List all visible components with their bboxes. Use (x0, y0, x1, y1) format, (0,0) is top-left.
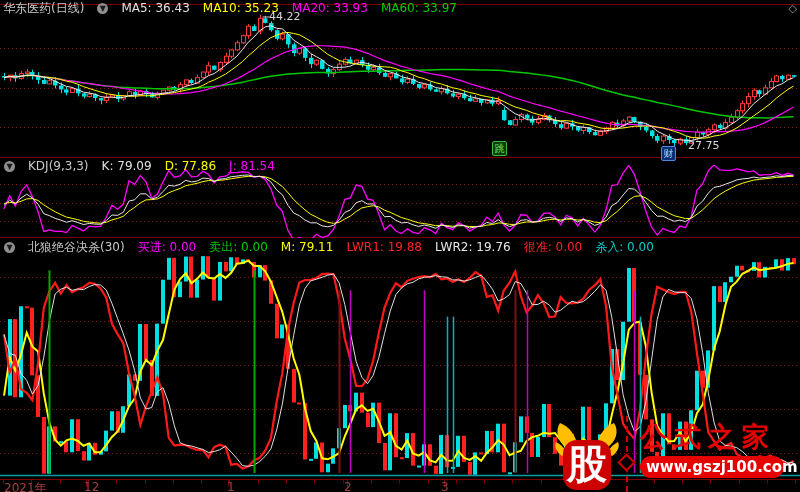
trough-price-label: 27.75 (688, 139, 720, 152)
accurate-value: 很准: 0.00 (524, 239, 583, 256)
chevron-down-icon[interactable]: ▼ (97, 3, 108, 14)
ma10-value: MA10: 35.23 (203, 1, 279, 15)
axis-label-jan: 1 (227, 480, 235, 492)
buy-value: 买进: 0.00 (138, 239, 197, 256)
indicator-title: 北狼绝谷决杀(30) (28, 239, 125, 256)
bull-logo-icon: 股 (552, 422, 622, 492)
ma60-value: MA60: 33.97 (381, 1, 457, 15)
lwr2-value: LWR2: 19.76 (435, 240, 511, 254)
sell-value: 卖出: 0.00 (209, 239, 268, 256)
main-panel-header: 华东医药(日线) ▼ MA5: 36.43 MA10: 35.23 MA20: … (3, 1, 457, 15)
axis-label-mar: 3 (441, 480, 449, 492)
corner-diamond-icon[interactable]: ◇ (789, 2, 797, 15)
axis-label-dec: 12 (84, 480, 99, 492)
lwr1-value: LWR1: 19.88 (346, 240, 422, 254)
kdj-j-value: J: 81.54 (229, 159, 275, 173)
kdj-panel-header: ▼ KDJ(9,3,3) K: 79.09 D: 77.86 J: 81.54 (4, 159, 275, 173)
chevron-down-icon[interactable]: ▼ (4, 242, 15, 253)
kill-value: 杀入: 0.00 (595, 239, 654, 256)
gap-marker-icon[interactable]: 跳 (492, 141, 507, 156)
bull-char: 股 (566, 441, 607, 487)
ma5-value: MA5: 36.43 (121, 1, 189, 15)
chevron-down-icon[interactable]: ▼ (4, 161, 15, 172)
watermark-site-name: 公式之家 (640, 422, 782, 452)
m-value: M: 79.11 (281, 240, 334, 254)
watermark: 股 公式之家 www.gszj100.com (546, 414, 782, 492)
watermark-url: www.gszj100.com (640, 456, 784, 478)
kdj-title: KDJ(9,3,3) (28, 159, 89, 173)
kdj-k-value: K: 79.09 (102, 159, 152, 173)
axis-label-year: 2021年 (4, 480, 47, 492)
stock-title: 华东医药(日线) (3, 0, 84, 17)
indicator-panel-header: ▼ 北狼绝谷决杀(30) 买进: 0.00 卖出: 0.00 M: 79.11 … (4, 240, 654, 254)
peak-price-label: 44.22 (269, 10, 301, 23)
app-root: 华东医药(日线) ▼ MA5: 36.43 MA10: 35.23 MA20: … (0, 0, 800, 492)
kdj-d-value: D: 77.86 (165, 159, 216, 173)
axis-label-feb: 2 (344, 480, 352, 492)
ma20-value: MA20: 33.93 (292, 1, 368, 15)
news-marker-icon[interactable]: 财 (661, 146, 676, 161)
